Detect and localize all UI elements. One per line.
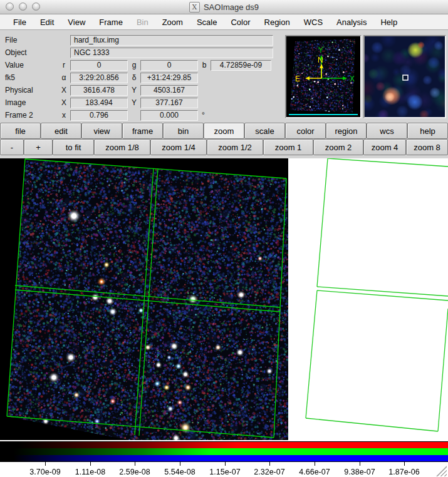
value-label: Value [5, 61, 58, 69]
colorbar-tick-label: 1.87e-06 [388, 468, 419, 476]
ccd-region-overlay[interactable] [0, 158, 288, 440]
toolbar-button-file[interactable]: file [0, 123, 41, 139]
colorbar-red-band [0, 442, 448, 448]
file-label: File [5, 36, 58, 44]
toolbar-button-bin[interactable]: bin [163, 123, 204, 139]
object-value-field[interactable]: NGC 1333 [70, 48, 273, 58]
colorbar-tick-label: 1.11e-08 [75, 468, 105, 476]
colorbar-green-band [0, 448, 448, 454]
toolbar-button-frame[interactable]: frame [122, 123, 163, 139]
zoom-window-button[interactable] [32, 3, 40, 11]
fk5-axis-label: δ [128, 73, 140, 82]
colorbar-tick [315, 462, 315, 466]
category-toolbar: fileeditviewframebinzoomscalecolorregion… [0, 123, 448, 139]
menu-item-bin[interactable]: Bin [130, 18, 155, 27]
menu-item-file[interactable]: File [6, 18, 33, 27]
toolbar-button-region[interactable]: region [326, 123, 367, 139]
menu-item-zoom[interactable]: Zoom [155, 18, 190, 27]
panner[interactable]: XYEN [285, 35, 362, 118]
zoom-action-button-zoom-1[interactable]: zoom 1 [263, 139, 313, 155]
blank-frame[interactable] [288, 158, 448, 440]
colorbar[interactable] [0, 441, 448, 462]
image-axis-label: X [58, 98, 70, 107]
frame2-value-field[interactable]: 0.796 [70, 110, 128, 121]
colorbar-tick-label: 9.38e-07 [344, 468, 375, 476]
colorbar-tick [180, 462, 180, 466]
value-value-field[interactable]: 0 [70, 60, 128, 71]
menu-item-wcs[interactable]: WCS [297, 18, 330, 27]
zoom-action-button-zoom-1-8[interactable]: zoom 1/8 [94, 139, 150, 155]
image-frame[interactable] [0, 158, 288, 440]
colorbar-tick-label: 4.66e-07 [299, 468, 330, 476]
magnifier [363, 35, 446, 118]
value-value-field[interactable]: 4.72859e-09 [211, 60, 271, 71]
menu-item-edit[interactable]: Edit [33, 18, 61, 27]
zoom-action-button--[interactable]: + [24, 139, 53, 155]
menu-item-frame[interactable]: Frame [92, 18, 130, 27]
colorbar-tick-label: 2.59e-08 [119, 468, 150, 476]
toolbar-button-color[interactable]: color [285, 123, 326, 139]
toolbar-button-scale[interactable]: scale [244, 123, 285, 139]
svg-text:E: E [295, 74, 300, 83]
colorbar-tick-label: 3.70e-09 [29, 468, 60, 476]
menu-bar: FileEditViewFrameBinZoomScaleColorRegion… [0, 14, 448, 30]
value-axis-label: g [128, 61, 140, 69]
toolbar-button-zoom[interactable]: zoom [204, 123, 244, 139]
image-value-field[interactable]: 377.167 [140, 98, 198, 108]
image-label: Image [5, 98, 58, 107]
window-title: SAOImage ds9 [204, 3, 259, 12]
svg-text:X: X [350, 74, 355, 83]
fk5-value-field[interactable]: 3:29:20.856 [70, 73, 128, 83]
colorbar-tick [90, 462, 91, 466]
svg-text:N: N [318, 56, 323, 64]
display-area [0, 158, 448, 440]
image-value-field[interactable]: 183.494 [70, 98, 128, 108]
toolbar-button-view[interactable]: view [81, 123, 122, 139]
zoom-action-button-to-fit[interactable]: to fit [53, 139, 94, 155]
value-axis-label: b [198, 61, 211, 69]
menu-item-scale[interactable]: Scale [190, 18, 224, 27]
colorbar-tick [360, 462, 360, 466]
physical-value-field[interactable]: 3616.478 [70, 85, 128, 96]
frame2-label: Frame 2 [5, 111, 58, 120]
toolbar-button-wcs[interactable]: wcs [367, 123, 407, 139]
menu-item-color[interactable]: Color [224, 18, 257, 27]
zoom-action-button-zoom-8[interactable]: zoom 8 [406, 139, 448, 155]
object-label: Object [5, 48, 58, 57]
x11-app-icon: X [189, 2, 200, 13]
toolbar-button-edit[interactable]: edit [41, 123, 81, 139]
panner-compass: XYEN [286, 36, 360, 117]
close-window-button[interactable] [6, 3, 14, 11]
minimize-window-button[interactable] [19, 3, 27, 11]
menu-item-region[interactable]: Region [258, 18, 297, 27]
physical-value-field[interactable]: 4503.167 [140, 85, 198, 96]
colorbar-tick [45, 462, 46, 466]
frame2-unit-label: ° [202, 111, 205, 120]
fk5-value-field[interactable]: +31:24:29.85 [140, 73, 198, 83]
file-value-field[interactable]: hard_flux.img [70, 35, 273, 46]
zoom-action-button--[interactable]: - [0, 139, 24, 155]
menu-item-help[interactable]: Help [373, 18, 404, 27]
resize-grip[interactable] [436, 466, 447, 476]
zoom-action-button-zoom-4[interactable]: zoom 4 [363, 139, 406, 155]
colorbar-area: 3.70e-091.11e-082.59e-085.54e-081.15e-07… [0, 440, 448, 477]
fk5-label: fk5 [5, 73, 58, 82]
frame2-value-field[interactable]: 0.000 [140, 110, 198, 121]
zoom-toolbar: -+to fitzoom 1/8zoom 1/4zoom 1/2zoom 1zo… [0, 139, 448, 155]
colorbar-tick-label: 2.32e-07 [254, 468, 284, 476]
zoom-action-button-zoom-1-2[interactable]: zoom 1/2 [207, 139, 263, 155]
colorbar-tick [404, 462, 405, 466]
menu-item-analysis[interactable]: Analysis [330, 18, 373, 27]
zoom-action-button-zoom-1-4[interactable]: zoom 1/4 [150, 139, 207, 155]
menu-item-view[interactable]: View [61, 18, 92, 27]
ccd-region-overlay-blank[interactable] [288, 158, 448, 440]
svg-text:Y: Y [318, 46, 323, 54]
zoom-action-button-zoom-2[interactable]: zoom 2 [313, 139, 363, 155]
toolbar-button-help[interactable]: help [407, 123, 448, 139]
window-controls [6, 3, 40, 11]
title-bar: X SAOImage ds9 [0, 0, 448, 14]
colorbar-tick-label: 5.54e-08 [164, 468, 195, 476]
physical-axis-label: Y [128, 86, 140, 95]
window-title-group: X SAOImage ds9 [189, 2, 259, 13]
value-value-field[interactable]: 0 [140, 60, 198, 71]
